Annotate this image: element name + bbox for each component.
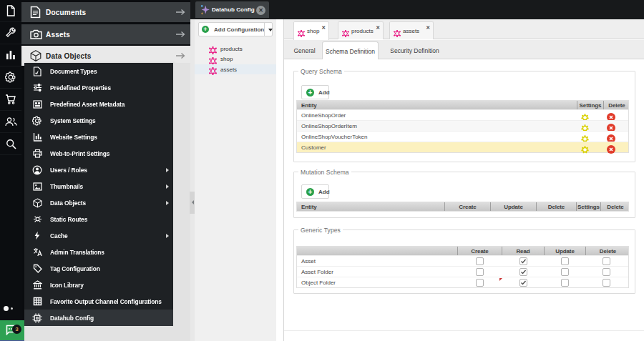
column-header-update[interactable]: Update [491,202,536,211]
column-header-entity[interactable]: Entity [301,202,317,211]
datahub-tree-panel: + Add Configuration products shop assets [195,19,276,341]
checkbox-delete[interactable] [602,279,610,287]
menu-item-icon-library[interactable]: Icon Library [24,277,173,293]
dropdown-caret-icon[interactable] [268,29,273,31]
generic-types-grid: Create Read Update Delete Asset [296,246,629,288]
mutation-add-button[interactable]: + Add [301,184,329,199]
generic-row[interactable]: Asset Folder [297,266,628,277]
checkbox-create[interactable] [476,257,484,265]
column-header-read[interactable]: Read [502,247,544,255]
subtab-security-definition[interactable]: Security Definition [379,41,451,59]
tree-item-products[interactable]: products [195,44,276,54]
column-header-create[interactable]: Create [445,202,490,211]
menu-item-cache[interactable]: Cache [24,227,173,244]
menu-item-static-routes[interactable]: Static Routes [24,211,173,227]
config-tabbar: shop ✕ products ✕ assets ✕ [284,19,644,39]
column-header-settings[interactable]: Settings [577,101,603,109]
mutation-schema-legend: Mutation Schema [298,169,351,176]
tree-item-shop[interactable]: shop [195,54,276,64]
submenu-arrow-icon [166,234,169,238]
bank-icon [32,280,42,290]
gear-icon[interactable] [0,66,21,89]
settings-submenu: Document Types Predefined Properties Pre… [24,63,173,326]
menu-item-tag-configuration[interactable]: Tag Configuration [24,260,173,277]
grid-header: Create Read Update Delete [297,247,628,255]
checkbox-delete[interactable] [602,268,610,276]
column-header-delete[interactable]: Delete [601,202,630,211]
tab-close-icon[interactable]: ✕ [376,25,380,30]
user-icon [32,165,42,175]
dirty-cell-marker [499,278,502,281]
query-row[interactable]: OnlineShopVoucherToken [297,131,628,142]
checkbox-update[interactable] [561,279,569,287]
column-header-delete[interactable]: Delete [586,247,630,255]
menu-item-admin-translations[interactable]: Admin Translations [24,244,173,260]
notification-dot-large [4,306,9,311]
query-row[interactable]: OnlineShopOrderItem [297,120,628,131]
menu-item-document-types[interactable]: Document Types [24,63,173,79]
arrow-right-icon [175,31,185,38]
checkbox-create[interactable] [476,268,484,276]
delete-icon[interactable] [607,144,615,157]
menu-item-thumbnails[interactable]: Thumbnails [24,178,173,194]
users-icon[interactable] [0,111,21,133]
menu-item-predefined-asset-metadata[interactable]: Predefined Asset Metadata [24,96,173,112]
config-tab-assets[interactable]: assets ✕ [389,21,434,39]
checkbox-create[interactable] [476,279,484,287]
column-header-create[interactable]: Create [458,247,502,255]
gear-icon [32,116,42,126]
query-row[interactable]: OnlineShopOrder [297,109,628,120]
graphql-icon [394,27,401,40]
wrench-icon[interactable] [0,22,21,44]
nav-header-assets[interactable]: Assets [21,24,190,44]
settings-gear-icon[interactable] [581,144,589,157]
bar-chart-icon[interactable] [0,44,21,66]
window-tab-close-icon[interactable]: ✕ [256,6,265,15]
nav-header-documents[interactable]: Documents [21,2,190,22]
tab-close-icon[interactable]: ✕ [426,25,430,30]
add-configuration-button[interactable]: + Add Configuration [198,22,273,36]
column-header-delete[interactable]: Delete [537,202,576,211]
window-tab-datahub-config[interactable]: Datahub Config ✕ [195,1,269,18]
column-header-entity[interactable]: Entity [301,101,317,109]
cart-icon[interactable] [0,89,21,111]
query-row-selected[interactable]: Customer [297,142,628,152]
menu-item-data-objects[interactable]: Data Objects [24,194,173,211]
menu-item-predefined-properties[interactable]: Predefined Properties [24,79,173,96]
add-configuration-label: Add Configuration [214,26,264,33]
menu-item-datahub-config[interactable]: Datahub Config [24,310,173,326]
search-icon[interactable] [0,133,21,155]
checkbox-read-checked[interactable] [519,257,527,265]
menu-item-website-settings[interactable]: Website Settings [24,129,173,145]
tab-close-icon[interactable]: ✕ [321,25,326,30]
subtab-general[interactable]: General [287,41,322,59]
chat-button[interactable]: 3 [0,320,24,340]
config-tab-products[interactable]: products ✕ [338,21,384,39]
column-header-delete[interactable]: Delete [604,101,630,109]
checkbox-read-checked[interactable] [519,268,527,276]
tree-item-assets[interactable]: assets [195,64,276,75]
config-tab-shop[interactable]: shop ✕ [293,21,329,40]
query-add-button[interactable]: + Add [301,85,329,99]
column-header-settings[interactable]: Settings [577,202,600,211]
subtab-schema-definition[interactable]: Schema Definition [322,41,379,60]
query-schema-grid: Entity Settings Delete OnlineShopOrder O… [296,100,629,153]
button-separator [264,23,265,36]
query-schema-legend: Query Schema [298,68,344,75]
translate-icon [32,247,42,257]
menu-item-favorite-output-channel-configurations[interactable]: Favorite Output Channel Configurations [24,293,173,310]
checkbox-read-checked[interactable] [519,279,527,287]
generic-row[interactable]: Asset [297,255,628,266]
generic-row[interactable]: Object Folder [297,277,628,287]
chart-icon [32,132,42,142]
menu-item-web-to-print-settings[interactable]: Web-to-Print Settings [24,145,173,162]
checkbox-update[interactable] [561,268,569,276]
chip-icon [32,313,42,323]
menu-item-users-roles[interactable]: Users / Roles [24,162,173,178]
file-icon[interactable] [0,0,21,22]
checkbox-delete[interactable] [602,257,610,265]
metadata-icon [32,99,42,109]
column-header-update[interactable]: Update [545,247,585,255]
checkbox-update[interactable] [561,257,569,265]
menu-item-system-settings[interactable]: System Settings [24,112,173,129]
